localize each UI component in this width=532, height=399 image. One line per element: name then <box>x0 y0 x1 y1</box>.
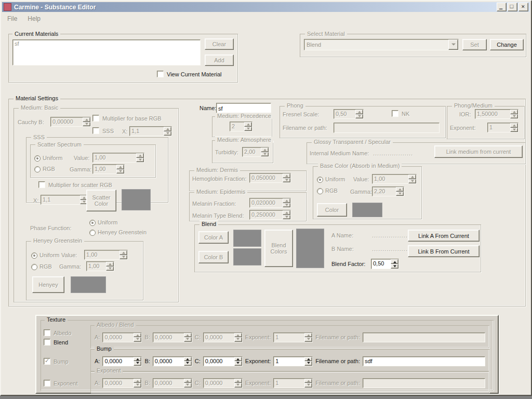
bump-a-spinner[interactable]: 0,0000 <box>102 356 142 366</box>
b-name-value: ................... <box>372 246 412 252</box>
phase-henyey-label: Henyey Greenstein <box>98 229 147 235</box>
precedence-caption: Medium: Precedence <box>215 113 273 119</box>
spin-down-icon <box>408 179 416 184</box>
blend-caption: Blend <box>200 221 218 227</box>
link-a-button[interactable]: Link A From Current <box>408 230 480 242</box>
spin-down-icon <box>234 383 242 388</box>
base-uniform-radio <box>317 177 323 183</box>
exponent-a-spinner: 0,0000 <box>102 378 142 388</box>
close-icon[interactable] <box>518 3 528 11</box>
exponent-b-spinner: 0,0000 <box>153 378 192 388</box>
menu-help[interactable]: Help <box>22 13 46 24</box>
spin-down-icon <box>116 169 124 174</box>
c-label: C: <box>195 380 201 386</box>
maximize-icon[interactable] <box>508 3 517 11</box>
a-name-label: A Name: <box>331 232 353 238</box>
link-b-button[interactable]: Link B From Current <box>408 245 480 257</box>
ior-spinner: 1,50000 <box>475 109 518 119</box>
henyey-uniform-label: Uniform <box>39 252 60 258</box>
bump-exponent-spinner[interactable]: 1 <box>273 356 313 366</box>
link-medium-button: Link medium from current <box>434 145 523 158</box>
exponent-checkbox <box>44 380 50 387</box>
exponent-row-caption: Exponent <box>95 367 123 374</box>
filename-label: Filename or path: <box>315 334 360 340</box>
phong-filename-input <box>334 123 440 133</box>
name-input[interactable] <box>216 103 271 114</box>
blend-checkbox[interactable] <box>44 339 50 345</box>
blend-factor-spinner[interactable]: 0,50 <box>371 259 399 269</box>
spin-down-icon <box>136 158 144 163</box>
app-icon <box>4 3 11 11</box>
blend-colors-button: Blend Colors <box>264 230 293 267</box>
spin-up-icon <box>234 379 242 383</box>
a-label: A: <box>95 380 100 386</box>
bump-c-spinner[interactable]: 0,0000 <box>203 356 243 366</box>
base-color-swatch <box>352 203 382 217</box>
change-button[interactable]: Change <box>490 39 524 50</box>
filename-label: Filename or path: <box>315 380 360 386</box>
albedo-checkbox-label: Albedo <box>54 330 71 336</box>
spin-up-icon[interactable] <box>134 357 141 362</box>
a-name-value: ................... <box>372 232 412 238</box>
bump-row-caption: Bump <box>95 345 114 352</box>
current-materials-list[interactable]: sf <box>12 39 201 65</box>
color-a-button: Color A <box>198 231 229 244</box>
bump-b-spinner[interactable]: 0,0000 <box>153 356 192 366</box>
cauchy-b-spinner: 0,00000 <box>50 117 91 127</box>
fresnel-scale-label: Fresnel Scale: <box>283 111 319 117</box>
set-button: Set <box>462 39 487 50</box>
exponent-c-spinner: 0,0000 <box>203 378 243 388</box>
precedence-spinner: 2 <box>230 122 252 131</box>
spin-up-icon <box>355 110 363 114</box>
bump-filename-input[interactable] <box>363 356 485 366</box>
current-materials-caption: Current Materials <box>12 31 60 37</box>
phase-uniform-label: Uniform <box>98 219 118 225</box>
scatter-spectrum-caption: Scatter Spectrum <box>35 141 84 148</box>
phong-caption: Phong <box>285 102 305 109</box>
albedo-a-spinner: 0,0000 <box>102 332 142 342</box>
name-label: Name: <box>200 105 216 111</box>
spin-up-icon <box>134 379 141 383</box>
spin-up-icon[interactable] <box>184 357 192 362</box>
scatter-rgb-label: RGB <box>43 166 55 172</box>
menu-file[interactable]: File <box>2 13 22 24</box>
spin-up-icon <box>283 198 290 203</box>
title-bar: Carmine - Substance Editor <box>2 2 530 12</box>
scatter-value-spinner: 1,00 <box>92 153 144 163</box>
albedo-blend-row: A: 0,0000 B: 0,0000 C: 0,0000 Exponent: … <box>95 331 485 343</box>
application-window: Carmine - Substance Editor File Help Cur… <box>0 0 532 396</box>
a-label: A: <box>95 358 100 364</box>
turbidity-label: Turbidity: <box>215 149 238 155</box>
spin-down-icon[interactable] <box>184 361 192 366</box>
spin-up-icon <box>408 175 416 179</box>
exponent-row: A: 0,0000 B: 0,0000 C: 0,0000 Exponent: … <box>95 377 485 389</box>
b-label: B: <box>144 380 150 386</box>
spin-down-icon[interactable] <box>234 361 242 366</box>
spin-down-icon[interactable] <box>134 361 141 366</box>
spin-up-icon <box>283 174 290 178</box>
view-current-material-checkbox[interactable] <box>157 71 164 77</box>
sss-checkbox <box>92 127 99 134</box>
henyey-rgb-radio <box>31 264 37 270</box>
spin-down-icon[interactable] <box>391 264 398 269</box>
multiplier-base-rgb-checkbox <box>92 115 99 122</box>
spin-up-icon[interactable] <box>391 259 398 264</box>
texture-panel: Texture Albedo Blend Bump Exponent Albed… <box>35 315 499 394</box>
henyey-button: Henyey <box>32 276 64 293</box>
spin-down-icon <box>283 203 290 208</box>
spin-up-icon[interactable] <box>234 357 242 362</box>
melanin-fraction-spinner: 0,020000 <box>249 198 291 208</box>
spin-down-icon <box>283 178 290 183</box>
albedo-exponent-spinner: 1 <box>273 332 313 342</box>
exponent-filename-input <box>363 378 485 388</box>
spin-up-icon <box>136 153 144 158</box>
spin-up-icon[interactable] <box>304 357 312 362</box>
spin-down-icon <box>244 127 252 131</box>
list-item[interactable]: sf <box>15 41 198 47</box>
spin-down-icon <box>184 383 192 388</box>
spin-up-icon <box>83 117 90 122</box>
spin-down-icon[interactable] <box>304 361 312 366</box>
ior-label: IOR: <box>459 111 471 117</box>
minimize-icon[interactable] <box>497 3 507 11</box>
scatter-gamma-label: Gamma: <box>70 166 91 172</box>
